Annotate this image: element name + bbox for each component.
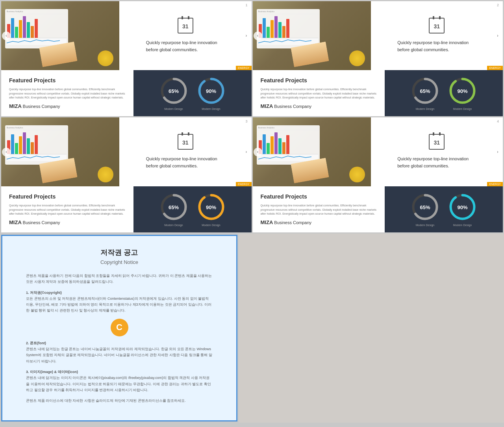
c-icon: C: [111, 319, 128, 336]
slide-bottom-left-4: Featured Projects Quickly repurpose top-…: [253, 186, 385, 232]
bottom-row: 저작권 공고 Copyright Notice 콘텐츠 제품을 사용하기 전에 …: [0, 234, 504, 423]
donut1-percent-1: 65%: [169, 88, 179, 93]
donut1-percent-2: 65%: [420, 88, 430, 93]
slide-nav-right-3[interactable]: ›: [242, 148, 251, 156]
slide-heading-2: Quickly repurpose top-line innovation be…: [397, 39, 476, 53]
copyright-icon-wrapper: C: [26, 319, 213, 336]
slide-text-area-4: 31 Quickly repurpose top-line innovation…: [371, 117, 503, 186]
donut1-container-3: 65% Modern Design: [159, 192, 189, 226]
donut1-label-3: Modern Design: [164, 224, 183, 226]
slide-nav-right-2[interactable]: ›: [493, 32, 502, 40]
donut2-text-3: 90%: [206, 204, 216, 210]
slide-top-1: Business Analytics: [1, 1, 252, 70]
copyright-title: 저작권 공고: [26, 248, 213, 257]
donut1-label-2: Modern Design: [416, 108, 434, 110]
slide-number-3: 3: [245, 119, 247, 123]
featured-desc-3: Quickly repurpose top-line innovation be…: [9, 204, 126, 216]
slide-nav-right-4[interactable]: ›: [493, 148, 502, 156]
slide-text-area-3: 31 Quickly repurpose top-line innovation…: [119, 117, 252, 186]
donut1-wrapper-4: 65%: [410, 192, 440, 222]
slide-nav-left-4[interactable]: ‹: [254, 148, 262, 156]
slide-tag-4: ENERGY: [487, 182, 503, 186]
calendar-number-2: 31: [434, 23, 440, 30]
chart-laptop-1: Business Analytics: [5, 9, 68, 48]
donut1-wrapper-3: 65%: [159, 192, 189, 222]
slide-tag-3: ENERGY: [236, 182, 252, 186]
slide-image-2: Business Analytics: [253, 1, 371, 70]
copyright-footer: 콘텐츠 제품 라이선스에 대한 자세한 사항은 슬라이드제 하단에 기재된 콘텐…: [26, 398, 213, 404]
slide-top-wrapper-4: Business Analytics: [253, 117, 503, 186]
calendar-number-4: 31: [434, 139, 440, 146]
slide-text-area-1: 31 Quickly repurpose top-line innovation…: [119, 1, 252, 70]
slide-bottom-2: Featured Projects Quickly repurpose top-…: [253, 70, 503, 116]
slide-image-3: Business Analytics: [1, 117, 119, 186]
donut2-label-3: Modern Design: [202, 224, 220, 226]
calendar-number-3: 31: [182, 139, 189, 146]
chart-bars-4: [257, 130, 320, 154]
donut2-percent-2: 90%: [457, 88, 467, 93]
slide-nav-right-1[interactable]: ›: [242, 32, 251, 40]
donut1-percent-3: 65%: [169, 204, 179, 210]
donut2-container-3: 90% Modern Design: [196, 192, 226, 226]
featured-title-3: Featured Projects: [9, 193, 126, 200]
donut1-percent-4: 65%: [420, 204, 430, 210]
slide-card-2: Business Analytics: [253, 1, 503, 116]
slide-top-wrapper-3: Business Analytics: [1, 117, 252, 186]
slide-bottom-right-4: 65% Modern Design 90% Modern Design: [385, 186, 503, 232]
slide-bottom-3: Featured Projects Quickly repurpose top-…: [1, 186, 252, 232]
slide-bottom-1: Featured Projects Quickly repurpose top-…: [1, 70, 252, 116]
featured-desc-4: Quickly repurpose top-line innovation be…: [261, 204, 377, 216]
slide-nav-left-2[interactable]: ‹: [254, 32, 262, 40]
slide-top-2: Business Analytics: [253, 1, 503, 70]
donut2-text-1: 90%: [206, 88, 216, 93]
slide-card-3: Business Analytics: [1, 117, 252, 232]
donut2-wrapper-4: 90%: [448, 192, 477, 222]
donut1-wrapper-2: 65%: [410, 76, 440, 106]
slide-top-4: Business Analytics: [253, 117, 503, 186]
slide-image-inner-2: Business Analytics: [253, 1, 371, 70]
donut1-text-2: 65%: [420, 88, 430, 93]
calendar-number-1: 31: [182, 23, 189, 30]
slide-number-2: 2: [497, 3, 499, 7]
donut2-text-2: 90%: [457, 88, 467, 93]
slide-bottom-right-2: 65% Modern Design 90% Modern Design: [385, 70, 503, 116]
slide-image-1: Business Analytics: [1, 1, 119, 70]
copyright-subtitle: Copyright Notice: [26, 259, 213, 265]
donut2-label-1: Modern Design: [202, 108, 220, 110]
slide-number-1: 1: [245, 3, 247, 7]
slide-top-wrapper-2: Business Analytics: [253, 1, 503, 70]
bottom-right-empty: [239, 234, 504, 423]
calendar-icon-4: 31: [429, 134, 445, 150]
slide-tag-1: ENERGY: [236, 66, 252, 70]
donut1-container-1: 65% Modern Design: [159, 76, 189, 110]
slide-top-wrapper-1: Business Analytics: [1, 1, 252, 70]
copyright-section3: 3. 이미지(image) & 데이터(icon) 콘텐츠 내에 담겨있는 이미…: [26, 369, 213, 393]
donut1-container-2: 65% Modern Design: [410, 76, 440, 110]
donut2-container-1: 90% Modern Design: [196, 76, 226, 110]
donut1-text-1: 65%: [169, 88, 179, 93]
slide-bottom-left-1: Featured Projects Quickly repurpose top-…: [1, 70, 133, 116]
slide-tag-2: ENERGY: [487, 66, 503, 70]
donut1-container-4: 65% Modern Design: [410, 192, 440, 226]
copyright-section2: 2. 폰트(font) 콘텐츠 내에 담겨있는 한글 폰트는 네이버 나눔글꼴의…: [26, 340, 213, 364]
donut2-percent-3: 90%: [206, 204, 216, 210]
donut2-wrapper-2: 90%: [448, 76, 477, 106]
slide-number-4: 4: [497, 119, 499, 123]
copyright-section: 저작권 공고 Copyright Notice 콘텐츠 제품을 사용하기 전에 …: [1, 235, 237, 421]
donut1-label-1: Modern Design: [164, 108, 183, 110]
donut2-percent-1: 90%: [206, 88, 216, 93]
donut1-text-3: 65%: [169, 204, 179, 210]
slide-image-inner-3: Business Analytics: [1, 117, 119, 186]
slide-card-1: Business Analytics: [1, 1, 252, 116]
slide-nav-left-3[interactable]: ‹: [2, 148, 11, 156]
slide-bottom-4: Featured Projects Quickly repurpose top-…: [253, 186, 503, 232]
miza-logo-1: MIZA Business Company: [9, 103, 126, 109]
slide-bottom-right-3: 65% Modern Design 90% Modern Design: [133, 186, 252, 232]
donut2-percent-4: 90%: [457, 204, 467, 210]
featured-desc-1: Quickly repurpose top-line innovation be…: [9, 87, 126, 100]
slide-card-4: Business Analytics: [253, 117, 503, 232]
featured-title-1: Featured Projects: [9, 77, 126, 84]
slide-nav-left-1[interactable]: ‹: [2, 32, 11, 40]
chart-laptop-2: Business Analytics: [257, 9, 320, 48]
chart-laptop-4: Business Analytics: [257, 125, 320, 165]
